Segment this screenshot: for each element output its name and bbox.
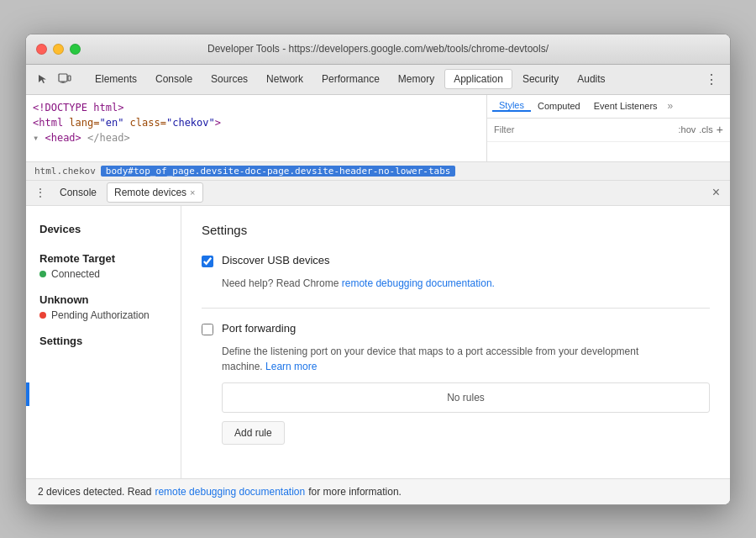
svg-rect-1 [68,76,71,81]
more-tabs-icon[interactable]: ⋮ [700,71,723,87]
usb-checkbox-row: Discover USB devices [202,254,710,267]
pf-checkbox-row: Port forwarding [202,322,710,335]
drawer-tab-close-icon[interactable]: × [190,187,195,198]
window-title: Developer Tools - https://developers.goo… [207,43,549,55]
drawer-menu-icon[interactable]: ⋮ [31,186,50,199]
dom-panel: <!DOCTYPE html> <html lang="en" class="c… [26,95,730,162]
tab-memory[interactable]: Memory [390,70,443,88]
usb-label: Discover USB devices [222,254,330,266]
styles-tabs: Styles Computed Event Listeners » [487,95,730,119]
pf-learn-more-link[interactable]: Learn more [265,361,317,372]
dom-line-3: ▾ <head> </head> [33,130,480,145]
unknown-section: Unknown Pending Authorization [39,293,167,321]
drawer-remote-label: Remote devices [114,187,186,198]
pending-label: Pending Authorization [51,309,150,321]
pf-help: Define the listening port on your device… [222,344,710,374]
dom-line-1: <!DOCTYPE html> [33,100,480,115]
no-rules-text: No rules [447,392,485,404]
traffic-lights [36,44,81,55]
hov-toggle[interactable]: :hov [679,124,696,134]
styles-filter-bar: :hov .cls + [487,119,730,142]
dom-line-2: <html lang="en" class="chekov"> [33,115,480,130]
drawer-tab-console[interactable]: Console [53,183,103,202]
usb-help-text: Need help? Read Chrome [222,277,339,289]
styles-more-icon[interactable]: » [668,100,674,112]
styles-filter-input[interactable] [494,124,675,134]
pf-help-text1: Define the listening port on your device… [222,345,638,357]
tab-performance[interactable]: Performance [313,70,388,88]
unknown-title[interactable]: Unknown [39,293,167,306]
styles-tab-styles[interactable]: Styles [492,100,531,112]
pf-rules-box: No rules [222,382,710,413]
devtools-window: Developer Tools - https://developers.goo… [25,34,731,505]
remote-target-section: Remote Target Connected [39,252,167,280]
breadcrumb-bar: html.chekov body#top_of_page.devsite-doc… [26,162,730,181]
connected-status-dot [39,271,46,277]
tab-elements[interactable]: Elements [87,70,145,88]
minimize-button[interactable] [53,44,64,55]
cls-toggle[interactable]: .cls [699,124,713,134]
usb-checkbox[interactable] [202,256,213,267]
footer-link[interactable]: remote debugging documentation [155,486,305,498]
settings-title: Settings [202,223,710,237]
pf-label: Port forwarding [222,322,296,335]
remote-target-status: Connected [39,268,167,280]
settings-panel: Settings Discover USB devices Need help?… [181,206,730,478]
settings-nav-label[interactable]: Settings [39,335,167,347]
toolbar-tabs: Elements Console Sources Network Perform… [87,69,695,89]
breadcrumb-html[interactable]: html.chekov [29,166,101,177]
connected-label: Connected [51,268,100,280]
tab-network[interactable]: Network [258,70,312,88]
svg-rect-0 [59,74,67,82]
separator [202,308,710,309]
sidebar-active-indicator [26,382,29,406]
devices-sidebar: Devices Remote Target Connected Unknown … [26,206,181,478]
pending-status-dot [39,312,46,319]
styles-panel: Styles Computed Event Listeners » :hov .… [486,95,730,161]
remote-target-title[interactable]: Remote Target [39,252,167,265]
drawer-toolbar: ⋮ Console Remote devices × × [26,181,730,206]
usb-help: Need help? Read Chrome remote debugging … [222,276,710,291]
title-bar: Developer Tools - https://developers.goo… [26,34,730,65]
device-icon[interactable] [55,69,75,89]
main-toolbar: Elements Console Sources Network Perform… [26,65,730,95]
pf-checkbox[interactable] [202,324,213,335]
add-style-icon[interactable]: + [717,123,723,136]
add-rule-button[interactable]: Add rule [222,421,285,445]
toolbar-nav [33,69,75,89]
port-forwarding-row: Port forwarding Define the listening por… [202,322,710,445]
unknown-status: Pending Authorization [39,309,167,321]
tab-audits[interactable]: Audits [569,70,613,88]
tab-console[interactable]: Console [147,70,201,88]
drawer-close-icon[interactable]: × [707,185,725,200]
breadcrumb-active[interactable]: body#top_of_page.devsite-doc-page.devsit… [101,166,456,177]
styles-tab-computed[interactable]: Computed [531,101,587,111]
tab-security[interactable]: Security [514,70,567,88]
tab-sources[interactable]: Sources [202,70,256,88]
drawer-tab-remote-devices[interactable]: Remote devices × [107,182,202,203]
devices-title: Devices [39,223,167,235]
drawer-console-label: Console [60,187,97,198]
footer-text: 2 devices detected. Read [38,486,151,498]
usb-doc-link[interactable]: remote debugging documentation. [342,277,495,289]
close-button[interactable] [36,44,47,55]
pf-help-text2: machine. [222,361,263,372]
settings-nav-item[interactable]: Settings [39,335,167,351]
tab-application[interactable]: Application [444,69,512,89]
main-content: Devices Remote Target Connected Unknown … [26,206,730,478]
fullscreen-button[interactable] [70,44,81,55]
cursor-icon[interactable] [33,69,53,89]
dom-content: <!DOCTYPE html> <html lang="en" class="c… [26,95,486,161]
styles-tab-event-listeners[interactable]: Event Listeners [587,101,664,111]
footer-text2: for more information. [308,486,402,498]
footer: 2 devices detected. Read remote debuggin… [26,478,730,504]
devices-section: Devices [39,223,167,239]
usb-setting-row: Discover USB devices Need help? Read Chr… [202,254,710,291]
